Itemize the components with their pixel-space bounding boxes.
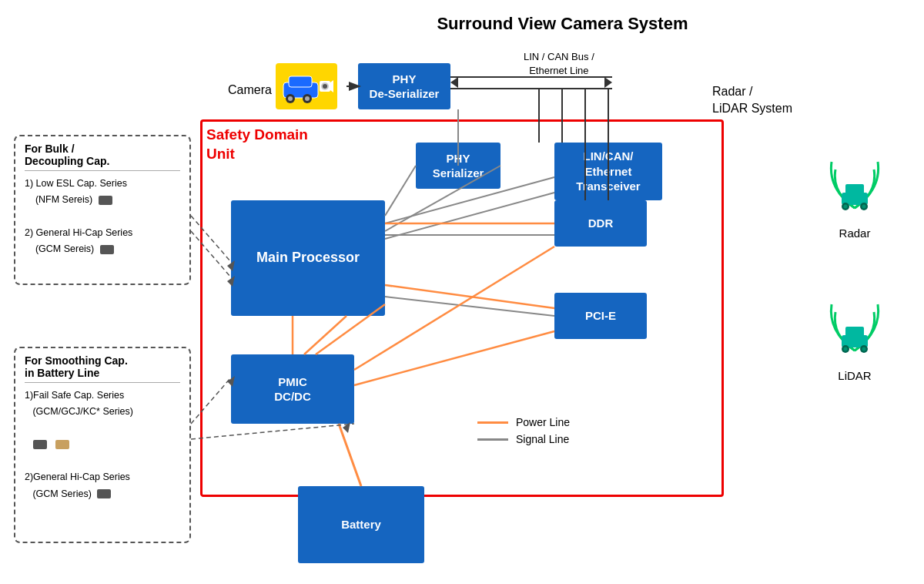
lidar-label: LiDAR: [816, 369, 893, 382]
smoothing-cap-title: For Smoothing Cap.in Battery Line: [25, 354, 180, 383]
bulk-decoupling-box: For Bulk /Decoupling Cap. 1) Low ESL Cap…: [14, 135, 191, 285]
radar-label: Radar: [816, 227, 893, 240]
power-line-label: Power Line: [516, 416, 570, 428]
diagram-container: Surround View Camera System LIN / CAN Bu…: [0, 0, 924, 584]
bulk-decoupling-title: For Bulk /Decoupling Cap.: [25, 143, 180, 171]
phy-deserializer-box: PHYDe-Serializer: [358, 63, 450, 109]
phy-serializer-box: PHYSerializer: [416, 143, 500, 189]
svg-point-5: [305, 96, 310, 101]
camera-icon-box: [276, 63, 337, 109]
signal-line-legend: [477, 438, 508, 441]
lin-can-transceiver-box: LIN/CAN/EthernetTransceiver: [554, 143, 662, 200]
svg-marker-26: [604, 77, 612, 88]
pmic-box: PMICDC/DC: [231, 354, 354, 424]
power-line-legend: [477, 421, 508, 424]
main-processor-box: Main Processor: [231, 200, 385, 316]
svg-marker-9: [330, 80, 333, 92]
svg-point-20: [844, 347, 848, 351]
lidar-icon: LiDAR: [816, 293, 893, 382]
smoothing-cap-content: 1)Fail Safe Cap. Series (GCM/GCJ/KC* Ser…: [25, 388, 180, 502]
svg-marker-25: [450, 77, 458, 88]
component-icon-3: [33, 440, 47, 449]
camera-label: Camera: [228, 83, 272, 97]
svg-point-14: [844, 205, 848, 209]
component-icon-2: [100, 245, 114, 254]
svg-rect-17: [845, 327, 864, 337]
component-icon-5: [97, 489, 111, 498]
lin-can-bus-label: LIN / CAN Bus /Ethernet Line: [524, 50, 594, 78]
radar-icon: Radar: [816, 150, 893, 240]
bulk-decoupling-content: 1) Low ESL Cap. Series (NFM Sereis) 2) G…: [25, 176, 180, 257]
safety-domain-label: Safety DomainUnit: [206, 126, 308, 163]
svg-rect-11: [845, 184, 864, 194]
smoothing-cap-box: For Smoothing Cap.in Battery Line 1)Fail…: [14, 347, 191, 543]
svg-point-15: [862, 205, 866, 209]
pcie-box: PCI-E: [554, 293, 647, 339]
component-icon-1: [99, 196, 112, 205]
svg-point-4: [288, 96, 293, 101]
svg-point-8: [323, 84, 327, 89]
ddr-box: DDR: [554, 200, 647, 247]
radar-lidar-label: Radar /LiDAR System: [712, 83, 792, 118]
signal-line-label: Signal Line: [516, 433, 569, 445]
battery-box: Battery: [298, 486, 424, 563]
component-icon-4: [55, 440, 69, 449]
svg-point-21: [862, 347, 866, 351]
legend: Power Line Signal Line: [477, 416, 570, 450]
svg-rect-1: [289, 76, 312, 87]
page-title: Surround View Camera System: [437, 14, 688, 34]
